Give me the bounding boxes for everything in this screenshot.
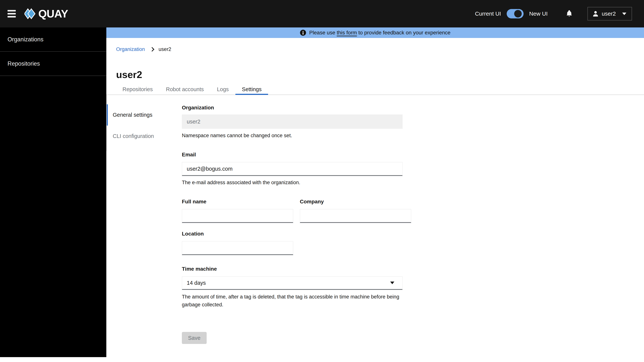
settings-content: General settings CLI configuration Organ… [106,95,644,344]
subnav-general-settings[interactable]: General settings [107,104,182,126]
breadcrumb-current: user2 [158,47,171,52]
breadcrumb-organization-link[interactable]: Organization [116,47,145,52]
header-left: QUAY [8,7,68,20]
company-input[interactable] [300,209,411,223]
location-label: Location [182,231,426,236]
tab-repositories[interactable]: Repositories [116,84,159,95]
user-avatar-icon [593,11,598,17]
quay-logo[interactable]: QUAY [24,7,68,20]
full-name-input[interactable] [182,209,293,223]
email-helper: The e-mail address associated with the o… [182,179,426,186]
settings-subnav: General settings CLI configuration [107,95,182,344]
current-ui-label: Current UI [475,11,501,17]
chevron-down-icon [622,13,626,15]
tab-bar: Repositories Robot accounts Logs Setting… [106,84,644,95]
subnav-cli-configuration[interactable]: CLI configuration [107,126,182,147]
organization-input [182,115,402,129]
main-content: Organization user2 user2 Repositories Ro… [106,38,644,344]
company-label: Company [300,199,411,204]
feedback-form-link[interactable]: this form [337,30,357,36]
page-title: user2 [116,70,644,80]
user-menu-label: user2 [602,11,616,17]
feedback-banner: Please use this form to provide feedback… [106,28,644,38]
save-button[interactable]: Save [182,332,207,344]
organization-label: Organization [182,105,426,110]
organization-helper: Namespace names cannot be changed once s… [182,132,426,139]
tab-logs[interactable]: Logs [210,84,236,95]
info-circle-icon [300,30,306,36]
breadcrumb-chevron-icon [150,47,154,52]
banner-text: Please use this form to provide feedback… [309,30,450,36]
quay-settings-screen: QUAY Current UI New UI user2 [0,0,644,362]
company-field: Company [300,199,411,223]
brand-wordmark: QUAY [38,8,68,19]
hamburger-menu-icon[interactable] [8,10,16,18]
tab-robot-accounts[interactable]: Robot accounts [159,84,210,95]
time-machine-selected-value: 14 days [187,280,206,286]
new-ui-label: New UI [529,11,548,17]
quay-logo-icon [24,7,35,20]
select-caret-icon [390,281,394,284]
header-right: Current UI New UI user2 [475,7,632,21]
sidebar: Organizations Repositories [0,28,106,357]
breadcrumb: Organization user2 [116,47,644,52]
email-input[interactable] [182,162,402,176]
full-name-field: Full name [182,199,293,223]
time-machine-select[interactable]: 14 days [182,276,402,290]
sidebar-item-repositories[interactable]: Repositories [0,52,106,76]
sidebar-item-organizations[interactable]: Organizations [0,28,106,52]
full-name-label: Full name [182,199,293,204]
tab-settings[interactable]: Settings [236,84,268,95]
time-machine-label: Time machine [182,266,426,272]
app-header: QUAY Current UI New UI user2 [0,0,644,28]
ui-version-toggle[interactable] [507,9,524,19]
time-machine-helper: The amount of time, after a tag is delet… [182,293,410,309]
location-input[interactable] [182,241,293,255]
user-menu[interactable]: user2 [588,7,632,21]
name-company-row: Full name Company [182,199,426,223]
email-label: Email [182,152,426,157]
notifications-bell-icon[interactable] [566,10,572,18]
general-settings-form: Organization Namespace names cannot be c… [182,95,426,344]
toggle-knob [514,10,522,18]
